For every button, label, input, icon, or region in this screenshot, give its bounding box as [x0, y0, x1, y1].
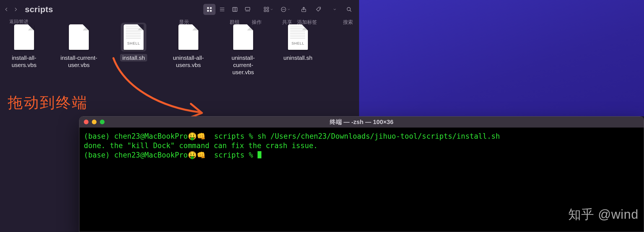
file-item[interactable]: uninstall-current-user.vbs — [222, 23, 264, 76]
folder-title: scripts — [25, 5, 53, 14]
file-icon-wrap: SHELL — [121, 23, 146, 51]
file-icon-wrap: SHELL — [285, 23, 311, 51]
desktop-background-panel — [359, 0, 644, 116]
file-name-label: uninstall-current-user.vbs — [232, 55, 255, 75]
file-item[interactable]: uninstall-all-users.vbs — [168, 23, 209, 76]
file-icon — [178, 24, 198, 50]
file-kind-badge: SHELL — [288, 41, 308, 45]
file-icon — [14, 24, 34, 50]
svg-rect-7 — [267, 7, 269, 9]
svg-rect-5 — [245, 7, 250, 10]
search-caption: 搜索 — [343, 19, 353, 25]
file-icon-wrap — [66, 23, 92, 51]
svg-rect-0 — [207, 7, 209, 9]
group-button[interactable] — [261, 4, 276, 15]
view-columns-button[interactable] — [229, 4, 241, 15]
file-icon-wrap — [176, 23, 201, 51]
file-icon — [69, 24, 89, 50]
terminal-cursor — [258, 151, 261, 158]
view-icons-button[interactable] — [203, 4, 215, 15]
terminal-titlebar[interactable]: 终端 — -zsh — 100×36 — [79, 117, 644, 128]
file-item[interactable]: install-current-user.vbs — [58, 23, 100, 76]
file-name-label: install.sh — [120, 54, 147, 61]
file-icon — [233, 24, 253, 50]
shell-file-icon: SHELL — [288, 24, 308, 50]
view-list-button[interactable] — [216, 4, 228, 15]
view-mode-segment — [202, 3, 255, 16]
file-icon-lines — [290, 27, 305, 39]
svg-rect-2 — [207, 10, 209, 12]
prompt-symbol: % — [249, 132, 253, 140]
action-button[interactable] — [278, 4, 293, 15]
prompt-prefix: (base) chen23@MacBookPro — [84, 151, 188, 159]
svg-rect-8 — [264, 10, 266, 12]
svg-point-12 — [283, 9, 284, 10]
file-kind-badge: SHELL — [124, 41, 144, 45]
terminal-body[interactable]: (base) chen23@MacBookPro🤑👊 scripts % sh … — [79, 128, 644, 164]
prompt-dir: scripts — [214, 151, 245, 159]
share-button[interactable] — [298, 4, 310, 15]
file-name-label: install-all-users.vbs — [12, 55, 37, 68]
prompt-dir: scripts — [214, 132, 245, 140]
terminal-title: 终端 — -zsh — 100×36 — [79, 118, 644, 126]
svg-rect-6 — [264, 7, 266, 9]
tags-button[interactable] — [313, 4, 325, 15]
watermark-text: 知乎 @wind — [568, 206, 638, 223]
file-name-label: install-current-user.vbs — [60, 55, 97, 68]
file-item[interactable]: install-all-users.vbs — [3, 23, 45, 76]
svg-point-13 — [284, 9, 285, 10]
terminal-output: done. the "kill Dock" command can fix th… — [84, 141, 318, 150]
file-name-label: uninstall-all-users.vbs — [173, 55, 204, 68]
toolbar-more-button[interactable] — [329, 4, 341, 15]
file-icon-lines — [126, 27, 141, 39]
finder-toolbar: scripts — [0, 0, 359, 19]
file-icon-wrap — [230, 23, 256, 51]
svg-point-11 — [282, 9, 283, 10]
files-grid: install-all-users.vbsinstall-current-use… — [3, 23, 319, 76]
nav-forward-button[interactable] — [12, 5, 20, 14]
file-item[interactable]: SHELLinstall.sh — [113, 23, 154, 76]
prompt-symbol: % — [249, 151, 253, 159]
svg-rect-9 — [267, 10, 269, 12]
view-gallery-button[interactable] — [242, 4, 254, 15]
search-button[interactable] — [343, 4, 355, 15]
prompt-emoji: 🤑👊 — [188, 151, 206, 159]
prompt-prefix: (base) chen23@MacBookPro — [84, 132, 188, 140]
nav-back-button[interactable] — [2, 5, 11, 14]
svg-rect-1 — [210, 7, 212, 9]
file-item[interactable]: SHELLuninstall.sh — [277, 23, 319, 76]
prompt-emoji: 🤑👊 — [188, 132, 206, 140]
svg-rect-3 — [210, 10, 212, 12]
svg-point-15 — [319, 8, 320, 9]
shell-file-icon: SHELL — [124, 24, 144, 50]
terminal-command: sh /Users/chen23/Downloads/jihuo-tool/sc… — [258, 132, 500, 140]
file-icon-wrap — [11, 23, 37, 51]
nav-arrows — [2, 5, 23, 14]
file-name-label: uninstall.sh — [283, 55, 312, 61]
terminal-window: 终端 — -zsh — 100×36 (base) chen23@MacBook… — [79, 116, 644, 232]
svg-rect-4 — [233, 7, 237, 12]
annotation-text: 拖动到终端 — [8, 93, 88, 113]
